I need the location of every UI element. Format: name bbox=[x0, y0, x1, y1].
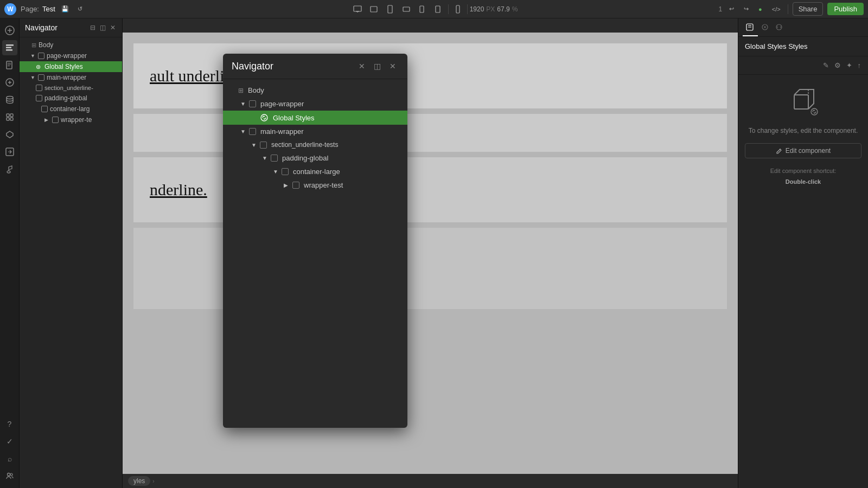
nav-item-section-underline[interactable]: section_underline- bbox=[20, 83, 122, 93]
mobile-l-view-btn[interactable] bbox=[399, 3, 413, 15]
nav-panel-split-btn[interactable]: ◫ bbox=[99, 23, 107, 33]
fn-item-main-wrapper[interactable]: ▼ main-wrapper bbox=[223, 125, 407, 138]
svg-rect-19 bbox=[7, 114, 9, 117]
tab-interactions[interactable] bbox=[772, 18, 786, 36]
svg-rect-8 bbox=[456, 5, 459, 13]
svg-rect-4 bbox=[388, 5, 392, 13]
status-indicator[interactable]: ● bbox=[756, 4, 765, 14]
topbar-left: W Page: Test 💾 ↺ bbox=[4, 3, 288, 15]
fn-item-wrapper-test[interactable]: ▶ wrapper-test bbox=[223, 178, 407, 192]
desktop-view-btn[interactable] bbox=[350, 3, 365, 15]
rp-more-icon-btn[interactable]: ↑ bbox=[856, 60, 863, 71]
float-nav-header-icons: ✕ ◫ ✕ bbox=[356, 60, 399, 72]
float-nav-collapse-btn[interactable]: ✕ bbox=[356, 60, 368, 72]
topbar-right: 1 ↩ ↪ ● </> Share Publish bbox=[580, 2, 864, 16]
share-button[interactable]: Share bbox=[793, 2, 824, 16]
nav-item-container-large[interactable]: container-larg bbox=[20, 104, 122, 114]
navigator-panel-small: Navigator ⊟ ◫ ✕ ⊞ Body ▼ page-wrapper bbox=[20, 18, 123, 488]
mobile-s-view-btn[interactable] bbox=[416, 3, 430, 15]
nav-panel-header-icons: ⊟ ◫ ✕ bbox=[89, 23, 117, 33]
tab-style[interactable] bbox=[743, 18, 758, 36]
svg-rect-13 bbox=[7, 61, 12, 69]
nav-item-main-wrapper[interactable]: ▼ main-wrapper bbox=[20, 72, 122, 83]
float-nav-title: Navigator bbox=[232, 61, 273, 72]
sidebar-btn-help[interactable]: ? bbox=[2, 416, 17, 432]
fn-item-container-large[interactable]: ▼ container-large bbox=[223, 165, 407, 178]
nav-item-page-wrapper[interactable]: ▼ page-wrapper bbox=[20, 50, 122, 61]
undo-btn[interactable]: ↩ bbox=[726, 4, 737, 14]
edit-component-btn[interactable]: Edit component bbox=[745, 143, 861, 158]
history-count: 1 bbox=[718, 5, 722, 13]
custom-view-btn[interactable] bbox=[432, 3, 446, 15]
sidebar-btn-search[interactable]: ⌕ bbox=[2, 451, 17, 466]
nav-item-padding-global[interactable]: padding-global bbox=[20, 93, 122, 104]
save-button[interactable]: 💾 bbox=[59, 4, 72, 14]
shortcut-key: Double-click bbox=[786, 178, 821, 185]
sidebar-btn-assets[interactable] bbox=[2, 110, 17, 125]
icon-sidebar: ? ✓ ⌕ bbox=[0, 18, 20, 488]
sidebar-btn-members[interactable] bbox=[2, 468, 17, 484]
svg-rect-5 bbox=[403, 7, 410, 11]
tablet-h-view-btn[interactable] bbox=[367, 3, 381, 15]
canvas-text-2: nderline. bbox=[150, 181, 207, 199]
sidebar-btn-logic[interactable] bbox=[2, 144, 17, 159]
rp-magic-icon-btn[interactable]: ✦ bbox=[845, 60, 854, 71]
sidebar-btn-pages[interactable] bbox=[2, 57, 17, 73]
publish-button[interactable]: Publish bbox=[827, 3, 864, 15]
svg-rect-3 bbox=[371, 7, 377, 12]
sidebar-btn-paint[interactable] bbox=[2, 162, 17, 177]
code-view-btn[interactable]: </> bbox=[769, 4, 783, 14]
floating-navigator: Navigator ✕ ◫ ✕ ⊞ Body ▼ bbox=[223, 54, 407, 428]
topbar: W Page: Test 💾 ↺ bbox=[0, 0, 868, 18]
nav-tree-small: ⊞ Body ▼ page-wrapper ⊛ Global Styles ▼ bbox=[20, 37, 122, 488]
shortcut-info: Edit component shortcut: Double-click bbox=[770, 166, 837, 188]
breadcrumb-arrow: › bbox=[152, 478, 154, 484]
fn-item-global-styles[interactable]: Global Styles bbox=[223, 111, 407, 125]
nav-item-global-styles[interactable]: ⊛ Global Styles bbox=[20, 61, 122, 72]
right-panel-title-section: Global Styles Styles bbox=[738, 37, 868, 56]
nav-item-body[interactable]: ⊞ Body bbox=[20, 40, 122, 50]
sidebar-btn-tasks[interactable]: ✓ bbox=[2, 434, 17, 449]
svg-point-34 bbox=[777, 27, 778, 28]
page-info: Page: Test 💾 ↺ bbox=[21, 4, 85, 14]
nav-panel-title: Navigator bbox=[25, 23, 58, 32]
svg-rect-11 bbox=[6, 47, 11, 49]
logo[interactable]: W bbox=[4, 3, 16, 15]
fn-item-section-underline[interactable]: ▼ section_underline-tests bbox=[223, 138, 407, 151]
sidebar-btn-logo[interactable] bbox=[2, 23, 17, 38]
float-nav-tree: ⊞ Body ▼ page-wrapper bbox=[223, 79, 407, 428]
sidebar-btn-components[interactable] bbox=[2, 127, 17, 142]
width-value: 1920 bbox=[470, 5, 484, 13]
right-panel-title: Global Styles Styles bbox=[745, 42, 861, 50]
tablet-v-view-btn[interactable] bbox=[383, 3, 397, 15]
svg-rect-10 bbox=[6, 44, 14, 46]
svg-point-27 bbox=[261, 114, 267, 121]
redo-btn[interactable]: ↪ bbox=[741, 4, 751, 14]
svg-rect-12 bbox=[6, 49, 12, 51]
nav-panel-close-btn[interactable]: ✕ bbox=[109, 23, 117, 33]
breadcrumb-item-styles[interactable]: yles bbox=[128, 476, 150, 486]
nav-item-wrapper-test[interactable]: ▶ wrapper-te bbox=[20, 114, 122, 125]
zoom-unit: % bbox=[512, 5, 518, 13]
canvas-area[interactable]: ault underline. nderline. yles › Navigat… bbox=[123, 18, 738, 488]
rp-settings-icon-btn[interactable]: ⚙ bbox=[833, 60, 843, 71]
sidebar-btn-cms[interactable] bbox=[2, 92, 17, 107]
svg-rect-22 bbox=[10, 118, 13, 120]
float-nav-dock-btn[interactable]: ◫ bbox=[371, 60, 384, 72]
rp-brush-icon-btn[interactable]: ✎ bbox=[821, 60, 831, 71]
right-panel-component-section: To change styles, edit the component. Ed… bbox=[738, 75, 868, 196]
history-button[interactable]: ↺ bbox=[75, 4, 85, 14]
float-nav-close-btn[interactable]: ✕ bbox=[387, 60, 399, 72]
tab-settings[interactable] bbox=[758, 18, 772, 36]
nav-panel-collapse-btn[interactable]: ⊟ bbox=[89, 23, 97, 33]
sidebar-btn-navigator[interactable] bbox=[2, 40, 17, 55]
svg-rect-7 bbox=[436, 6, 440, 12]
sidebar-btn-add[interactable] bbox=[2, 75, 17, 90]
right-panel-tabs bbox=[738, 18, 868, 37]
page-name: Test bbox=[42, 5, 55, 13]
phone-view-btn[interactable] bbox=[451, 3, 465, 15]
fn-item-padding-global[interactable]: ▼ padding-global bbox=[223, 151, 407, 165]
fn-item-page-wrapper[interactable]: ▼ page-wrapper bbox=[223, 97, 407, 111]
canvas-content: ault underline. nderline. bbox=[123, 33, 738, 474]
fn-item-body[interactable]: ⊞ Body bbox=[223, 84, 407, 97]
